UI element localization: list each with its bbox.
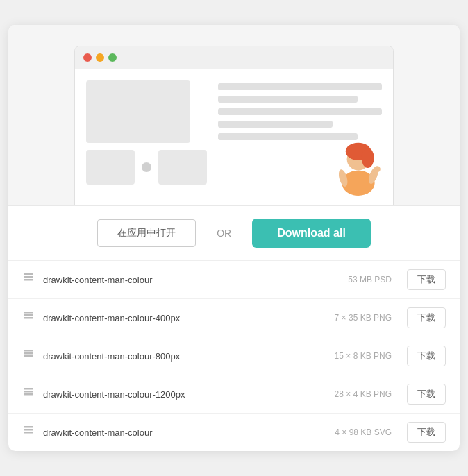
file-type-icon — [22, 348, 35, 364]
or-label: OR — [217, 228, 231, 239]
svg-rect-11 — [24, 317, 33, 319]
placeholder-small-2 — [158, 150, 207, 185]
svg-rect-18 — [24, 388, 33, 390]
file-row: drawkit-content-man-colour-400px7 × 35 K… — [8, 299, 460, 337]
placeholder-dot — [142, 162, 151, 172]
file-row: drawkit-content-man-colour-800px15 × 8 K… — [8, 337, 460, 375]
open-in-app-button[interactable]: 在应用中打开 — [97, 219, 196, 247]
download-file-button[interactable]: 下载 — [407, 384, 446, 405]
main-card: 在应用中打开 OR Download all drawkit-content-m… — [8, 25, 460, 451]
file-row: drawkit-content-man-colour-1200px28 × 4 … — [8, 375, 460, 414]
file-type-icon — [22, 272, 35, 287]
dot-yellow — [96, 53, 104, 62]
svg-rect-15 — [24, 350, 33, 352]
browser-content — [75, 69, 393, 196]
svg-rect-10 — [24, 314, 33, 316]
box-small-row — [86, 150, 207, 185]
line-1 — [218, 83, 382, 90]
file-type-icon — [22, 310, 35, 325]
svg-rect-12 — [24, 312, 33, 314]
file-list: drawkit-content-man-colour53 MB PSD下载 dr… — [8, 260, 460, 451]
file-name: drawkit-content-man-colour-800px — [43, 351, 326, 362]
dot-green — [108, 53, 117, 62]
download-file-button[interactable]: 下载 — [407, 346, 446, 366]
browser-mockup — [74, 46, 394, 205]
file-row: drawkit-content-man-colour4 × 98 KB SVG下… — [8, 414, 460, 451]
svg-rect-14 — [24, 355, 33, 357]
file-name: drawkit-content-man-colour-400px — [43, 313, 326, 323]
character-illustration — [331, 126, 386, 196]
file-row: drawkit-content-man-colour53 MB PSD下载 — [8, 261, 460, 299]
action-bar: 在应用中打开 OR Download all — [8, 205, 460, 260]
file-type-icon — [22, 386, 35, 402]
svg-rect-17 — [24, 393, 33, 396]
line-2 — [218, 96, 358, 103]
download-file-button[interactable]: 下载 — [407, 422, 446, 443]
svg-rect-20 — [24, 432, 33, 434]
svg-point-6 — [374, 166, 381, 172]
svg-rect-7 — [24, 276, 33, 278]
svg-rect-16 — [24, 391, 33, 393]
line-3 — [218, 108, 382, 115]
download-all-button[interactable]: Download all — [252, 219, 371, 248]
file-meta: 7 × 35 KB PNG — [335, 313, 392, 323]
file-name: drawkit-content-man-colour — [43, 427, 326, 438]
download-file-button[interactable]: 下载 — [407, 269, 446, 290]
svg-rect-8 — [24, 279, 33, 281]
file-name: drawkit-content-man-colour-1200px — [43, 389, 326, 400]
file-meta: 15 × 8 KB PNG — [335, 351, 392, 361]
file-type-icon — [22, 425, 35, 440]
file-meta: 53 MB PSD — [348, 275, 392, 284]
file-name: drawkit-content-man-colour — [43, 275, 340, 285]
download-file-button[interactable]: 下载 — [407, 307, 446, 328]
svg-point-3 — [362, 148, 374, 168]
placeholder-large — [86, 80, 190, 143]
svg-rect-19 — [24, 429, 33, 431]
preview-area — [8, 25, 460, 205]
file-meta: 4 × 98 KB SVG — [335, 427, 392, 437]
line-4 — [218, 121, 333, 128]
svg-rect-13 — [24, 352, 33, 355]
placeholder-small-1 — [86, 150, 135, 185]
dot-red — [83, 53, 92, 62]
file-meta: 28 × 4 KB PNG — [335, 389, 392, 399]
browser-bar — [75, 46, 393, 69]
content-left — [86, 80, 207, 185]
svg-rect-21 — [24, 426, 33, 428]
svg-rect-9 — [24, 273, 33, 275]
